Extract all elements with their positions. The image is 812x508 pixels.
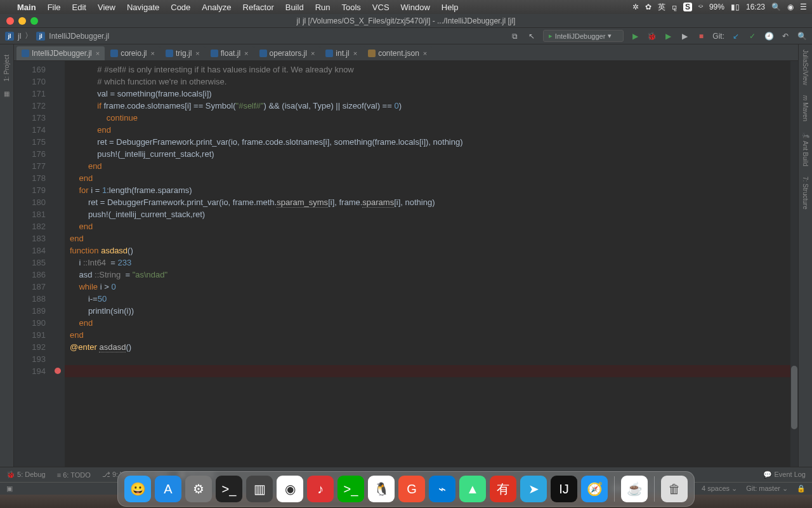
wifi-icon[interactable]: ⌔ xyxy=(698,3,703,11)
app-menu[interactable]: Main xyxy=(11,3,42,12)
dock-app-activity[interactable]: ▥ xyxy=(246,476,273,502)
file-icon xyxy=(325,50,333,57)
git-revert-icon[interactable]: ↶ xyxy=(780,32,790,41)
dock-app-netease[interactable]: ♪ xyxy=(307,476,334,502)
dock-app-safari[interactable]: 🧭 xyxy=(581,476,608,502)
menu-help[interactable]: Help xyxy=(436,3,464,12)
close-tab-icon[interactable]: × xyxy=(244,50,248,57)
editor-tabs: IntelliJDebugger.jl×coreio.jl×trig.jl×fl… xyxy=(14,44,798,61)
code-editor[interactable]: 1691701711721731741751761771781791801811… xyxy=(14,61,798,467)
editor-tab[interactable]: coreio.jl× xyxy=(105,46,160,60)
editor-tab[interactable]: operators.jl× xyxy=(254,46,320,60)
dock-app-settings[interactable]: ⚙ xyxy=(185,476,212,502)
ime-indicator[interactable]: 英 xyxy=(658,2,665,13)
dock-app-finder[interactable]: 😀 xyxy=(124,476,151,502)
sogou-icon[interactable]: S xyxy=(683,3,692,11)
close-tab-icon[interactable]: × xyxy=(195,50,199,57)
close-tab-icon[interactable]: × xyxy=(423,50,427,57)
build-icon[interactable]: ⧉ xyxy=(510,32,520,41)
gutter[interactable] xyxy=(51,61,65,467)
menu-run[interactable]: Run xyxy=(310,3,336,12)
spotlight-icon[interactable]: 🔍 xyxy=(771,3,781,11)
indent-setting[interactable]: 4 spaces ⌄ xyxy=(702,485,737,493)
clock[interactable]: 16:23 xyxy=(746,3,765,11)
zoom-window-button[interactable] xyxy=(30,17,38,25)
menu-tools[interactable]: Tools xyxy=(336,3,367,12)
notification-icon[interactable]: ☰ xyxy=(800,3,807,11)
minimize-window-button[interactable] xyxy=(18,17,26,25)
dock-app-youdao[interactable]: 有 xyxy=(490,476,516,502)
dock-app-android[interactable]: ▲ xyxy=(459,476,486,502)
menu-view[interactable]: View xyxy=(92,3,121,12)
editor-tab[interactable]: float.jl× xyxy=(206,46,254,60)
breadcrumb-project[interactable]: jl xyxy=(18,32,21,41)
search-icon[interactable]: 🔍 xyxy=(797,32,807,41)
dock-app-vscode[interactable]: ⌁ xyxy=(429,476,455,502)
dock-app-iterm[interactable]: >_ xyxy=(337,476,364,502)
close-tab-icon[interactable]: × xyxy=(353,50,357,57)
status-icon[interactable]: ✿ xyxy=(645,3,652,11)
back-icon[interactable]: ↖ xyxy=(527,32,537,41)
dock-app-terminal[interactable]: >_ xyxy=(216,476,242,502)
status-icon[interactable]: ✲ xyxy=(632,3,639,11)
code-area[interactable]: # #self# is only interesting if it has v… xyxy=(65,61,798,467)
tab-label: float.jl xyxy=(221,49,240,58)
file-icon xyxy=(211,50,218,57)
siri-icon[interactable]: ◉ xyxy=(787,3,794,11)
scrollbar[interactable] xyxy=(790,61,798,467)
close-tab-icon[interactable]: × xyxy=(311,50,315,57)
breadcrumb-file[interactable]: IntelliJDebugger.jl xyxy=(49,32,109,41)
dock-app-java[interactable]: ☕ xyxy=(621,476,648,502)
close-tab-icon[interactable]: × xyxy=(151,50,155,57)
scrollbar-thumb[interactable] xyxy=(791,366,797,429)
editor-tab[interactable]: content.json× xyxy=(363,46,432,60)
profile-button[interactable]: ▶ xyxy=(679,32,690,41)
stop-button[interactable]: ■ xyxy=(696,32,706,41)
git-history-icon[interactable]: 🕘 xyxy=(764,32,774,41)
editor-tab[interactable]: trig.jl× xyxy=(160,46,205,60)
tool-juliasciview-tab[interactable]: JuliaSciView xyxy=(801,44,810,90)
dock-app-telegram[interactable]: ➤ xyxy=(520,476,547,502)
menu-window[interactable]: Window xyxy=(395,3,436,12)
bluetooth-icon[interactable]: ⚼ xyxy=(672,3,677,11)
dock-app-qq[interactable]: 🐧 xyxy=(368,476,395,502)
menu-build[interactable]: Build xyxy=(280,3,310,12)
debug-button[interactable]: 🐞 xyxy=(646,32,657,41)
event-log-tab[interactable]: 💬 Event Log xyxy=(763,471,806,479)
battery-icon[interactable]: ▮▯ xyxy=(731,3,740,11)
menu-vcs[interactable]: VCS xyxy=(367,3,395,12)
toggle-toolwindows-icon[interactable]: ▣ xyxy=(6,485,13,493)
dock-app-appstore[interactable]: A xyxy=(155,476,181,502)
run-button[interactable]: ▶ xyxy=(630,32,640,41)
dock-trash[interactable]: 🗑 xyxy=(661,476,688,502)
tool-antbuild-tab[interactable]: 🐜 Ant Build xyxy=(801,126,810,171)
tool-structure-tab[interactable]: 7: Structure xyxy=(801,171,810,215)
toolbar: jl jl 〉 jl IntelliJDebugger.jl ⧉ ↖ ▸Inte… xyxy=(0,28,812,44)
tool-maven-tab[interactable]: m Maven xyxy=(801,90,810,126)
menu-refactor[interactable]: Refactor xyxy=(237,3,280,12)
lock-icon[interactable]: 🔒 xyxy=(797,485,806,493)
coverage-button[interactable]: ▶ xyxy=(663,32,673,41)
dock-app-git[interactable]: G xyxy=(398,476,425,502)
menu-analyze[interactable]: Analyze xyxy=(196,3,237,12)
menu-code[interactable]: Code xyxy=(165,3,196,12)
menu-file[interactable]: File xyxy=(42,3,67,12)
run-config-selector[interactable]: ▸IntelliJDebugger ▾ xyxy=(543,30,624,42)
close-window-button[interactable] xyxy=(6,17,14,25)
dock-app-intellij[interactable]: IJ xyxy=(551,476,577,502)
tool-debug-tab[interactable]: 🐞 5: Debug xyxy=(6,471,46,479)
editor-tab[interactable]: int.jl× xyxy=(320,46,362,60)
git-commit-icon[interactable]: ✓ xyxy=(747,32,757,41)
git-branch[interactable]: Git: master ⌄ xyxy=(746,485,788,493)
tab-label: trig.jl xyxy=(176,49,192,58)
tool-project-tab[interactable]: 1: Project xyxy=(2,50,11,86)
tool-todo-tab[interactable]: ≡ 6: TODO xyxy=(57,471,91,479)
git-update-icon[interactable]: ↙ xyxy=(731,32,741,41)
dock-app-chrome[interactable]: ◉ xyxy=(277,476,303,502)
editor-tab[interactable]: IntelliJDebugger.jl× xyxy=(16,46,105,60)
menu-edit[interactable]: Edit xyxy=(67,3,92,12)
menu-navigate[interactable]: Navigate xyxy=(121,3,165,12)
close-tab-icon[interactable]: × xyxy=(96,50,100,57)
breakpoint-icon[interactable] xyxy=(55,368,61,374)
file-icon xyxy=(110,50,118,57)
